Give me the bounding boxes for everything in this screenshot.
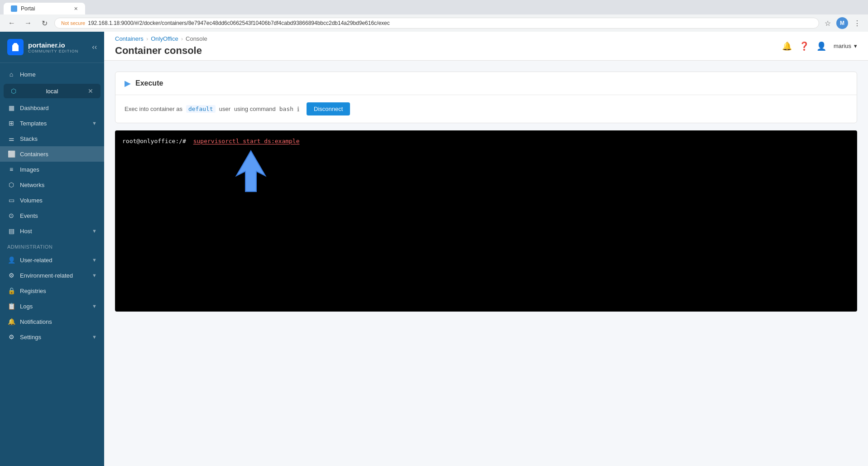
user-related-icon: 👤 (7, 256, 15, 264)
events-icon: ⊙ (7, 212, 15, 219)
tab-favicon (11, 5, 17, 12)
disconnect-button[interactable]: Disconnect (307, 102, 350, 115)
user-avatar-button[interactable]: 👤 (816, 41, 826, 51)
stacks-icon: ⚌ (7, 135, 15, 142)
sidebar-item-logs[interactable]: 📋 Logs ▼ (0, 298, 104, 314)
header-user[interactable]: marius ▾ (834, 43, 857, 49)
execute-card: ▶ Execute Exec into container as default… (115, 72, 857, 123)
forward-button[interactable]: → (22, 17, 34, 29)
templates-chevron-icon: ▼ (92, 120, 97, 126)
breadcrumb-onlyoffice[interactable]: OnlyOffice (151, 35, 178, 42)
sidebar-item-user-related[interactable]: 👤 User-related ▼ (0, 252, 104, 268)
sidebar-nav: ⌂ Home ⬡ local ✕ ▦ Dashboard ⊞ Templates… (0, 63, 104, 466)
app-layout: portainer.io COMMUNITY EDITION ‹‹ ⌂ Home… (0, 32, 868, 466)
containers-icon: ⬜ (7, 150, 15, 158)
notifications-bell-button[interactable]: 🔔 (782, 41, 792, 51)
exec-user-label: user (219, 106, 230, 112)
browser-tab[interactable]: Portai ✕ (4, 3, 85, 14)
events-label: Events (20, 212, 97, 219)
sidebar-item-home[interactable]: ⌂ Home (0, 67, 104, 82)
settings-label: Settings (20, 334, 87, 341)
more-options-button[interactable]: ⋮ (852, 17, 863, 29)
breadcrumb-containers[interactable]: Containers (115, 35, 144, 42)
back-button[interactable]: ← (5, 17, 18, 29)
sidebar-item-stacks[interactable]: ⚌ Stacks (0, 131, 104, 146)
containers-label: Containers (20, 151, 97, 158)
notifications-label: Notifications (20, 318, 97, 325)
terminal[interactable]: root@onlyoffice:/# supervisorctl start d… (115, 130, 857, 312)
notifications-icon: 🔔 (7, 318, 15, 325)
images-label: Images (20, 166, 97, 173)
header-actions: 🔔 ❓ 👤 marius ▾ (782, 41, 857, 51)
sidebar-item-dashboard[interactable]: ▦ Dashboard (0, 100, 104, 115)
tab-close-button[interactable]: ✕ (74, 6, 78, 12)
env-related-label: Environment-related (20, 272, 87, 279)
sidebar-item-notifications[interactable]: 🔔 Notifications (0, 314, 104, 329)
sidebar-logo: portainer.io COMMUNITY EDITION ‹‹ (0, 32, 104, 63)
help-button[interactable]: ❓ (799, 41, 809, 51)
breadcrumb-sep-2: › (181, 35, 183, 42)
address-bar[interactable]: Not secure 192.168.1.18:9000/#/2/docker/… (54, 18, 819, 29)
portainer-logo-icon (7, 39, 24, 55)
terminal-command: supervisorctl start ds:example (193, 138, 300, 144)
sidebar-item-templates[interactable]: ⊞ Templates ▼ (0, 115, 104, 131)
terminal-space (188, 138, 192, 144)
logs-label: Logs (20, 303, 87, 310)
bookmark-button[interactable]: ☆ (823, 17, 833, 29)
sidebar-item-host[interactable]: ▤ Host ▼ (0, 223, 104, 239)
env-icon: ⬡ (11, 87, 16, 95)
sidebar-item-images[interactable]: ≡ Images (0, 162, 104, 177)
edition-label: COMMUNITY EDITION (28, 49, 78, 53)
sidebar-item-settings[interactable]: ⚙ Settings ▼ (0, 329, 104, 345)
sidebar-item-volumes[interactable]: ▭ Volumes (0, 192, 104, 208)
volumes-icon: ▭ (7, 197, 15, 204)
browser-toolbar: ← → ↻ Not secure 192.168.1.18:9000/#/2/d… (0, 14, 868, 32)
portainer-logo-text: portainer.io COMMUNITY EDITION (28, 41, 78, 53)
not-secure-indicator: Not secure (61, 20, 85, 26)
header-username: marius (834, 43, 851, 49)
user-related-chevron-icon: ▼ (92, 257, 97, 263)
dashboard-label: Dashboard (20, 105, 97, 111)
browser-chrome: Portai ✕ ← → ↻ Not secure 192.168.1.18:9… (0, 0, 868, 32)
sidebar-item-networks[interactable]: ⬡ Networks (0, 177, 104, 192)
sidebar-item-events[interactable]: ⊙ Events (0, 208, 104, 223)
env-name-label: local (46, 88, 58, 95)
env-related-icon: ⚙ (7, 272, 15, 279)
images-icon: ≡ (7, 166, 15, 173)
home-label: Home (20, 71, 97, 78)
exec-help-icon[interactable]: ℹ (297, 106, 299, 113)
sidebar-item-containers[interactable]: ⬜ Containers (0, 146, 104, 162)
registries-icon: 🔒 (7, 287, 15, 294)
browser-tabs: Portai ✕ (0, 0, 868, 14)
tab-label: Portai (21, 5, 35, 12)
sidebar-item-registries[interactable]: 🔒 Registries (0, 283, 104, 298)
breadcrumb-console: Console (186, 35, 207, 42)
main-content: Containers › OnlyOffice › Console Contai… (104, 32, 868, 466)
terminal-prompt: root@onlyoffice:/# (122, 138, 186, 144)
home-icon: ⌂ (7, 71, 15, 78)
host-icon: ▤ (7, 227, 15, 235)
logs-chevron-icon: ▼ (92, 303, 97, 309)
terminal-arrow-indicator (233, 149, 269, 195)
sidebar-item-env-related[interactable]: ⚙ Environment-related ▼ (0, 268, 104, 283)
page-title: Container console (115, 45, 207, 57)
networks-icon: ⬡ (7, 181, 15, 188)
top-header: Containers › OnlyOffice › Console Contai… (104, 32, 868, 61)
exec-command-code: bash (279, 106, 293, 112)
sidebar-collapse-button[interactable]: ‹‹ (92, 43, 97, 51)
profile-avatar[interactable]: M (836, 17, 848, 29)
templates-icon: ⊞ (7, 120, 15, 127)
user-related-label: User-related (20, 257, 87, 264)
reload-button[interactable]: ↻ (38, 17, 51, 29)
env-related-chevron-icon: ▼ (92, 273, 97, 278)
svg-marker-0 (236, 151, 265, 192)
networks-label: Networks (20, 182, 97, 188)
header-left: Containers › OnlyOffice › Console Contai… (115, 35, 207, 57)
header-user-chevron-icon: ▾ (854, 43, 857, 49)
env-close-button[interactable]: ✕ (88, 87, 93, 95)
content-area: ▶ Execute Exec into container as default… (104, 61, 868, 466)
breadcrumb: Containers › OnlyOffice › Console (115, 35, 207, 42)
host-label: Host (20, 228, 87, 235)
volumes-label: Volumes (20, 197, 97, 204)
env-badge[interactable]: ⬡ local ✕ (4, 84, 101, 98)
